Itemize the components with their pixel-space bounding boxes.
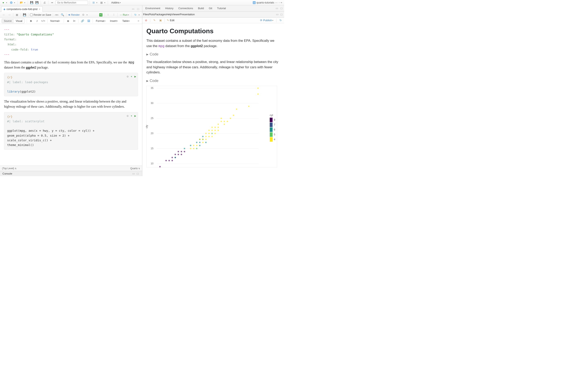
code-fold-toggle[interactable]: ▶ Code xyxy=(146,52,280,57)
style-dropdown[interactable]: Normal▾ xyxy=(50,19,62,22)
open-folder-icon[interactable]: 📂 xyxy=(19,1,24,5)
y-tick-label: 30 xyxy=(151,102,153,105)
bold-button[interactable]: B xyxy=(29,19,33,23)
refresh-icon[interactable]: ↻ xyxy=(133,13,138,17)
tab-plots[interactable]: Plots xyxy=(149,13,155,16)
mode-selector[interactable]: Quarto ⇅ xyxy=(130,167,140,170)
caret-icon[interactable]: ▾ xyxy=(24,2,26,4)
chunk-settings-icon[interactable]: ⚙ xyxy=(127,114,129,118)
maximize-icon[interactable]: ◻ xyxy=(279,12,283,17)
data-point xyxy=(208,136,210,137)
run-above-chunk-icon[interactable]: ▾ xyxy=(131,114,132,118)
data-point xyxy=(174,157,176,158)
caret-icon[interactable]: ▾ xyxy=(14,2,16,4)
insert-dropdown[interactable]: Insert▾ xyxy=(109,19,120,22)
save-icon[interactable]: 💾 xyxy=(30,1,34,5)
back-icon[interactable]: ⇦ xyxy=(2,13,6,17)
project-selector[interactable]: R quarto-tutorials — ⋯ ▾ xyxy=(253,1,283,4)
find-icon[interactable]: 🔍 xyxy=(61,13,65,17)
source-mode[interactable]: Source xyxy=(2,19,14,23)
legend-tick: 4 xyxy=(274,138,275,141)
minimize-icon[interactable]: ▭ xyxy=(131,172,136,176)
grid-icon[interactable]: ⊞ xyxy=(91,1,95,5)
minimize-icon[interactable]: ▭ xyxy=(275,12,279,17)
scope-selector[interactable]: (Top Level) ⇅ xyxy=(2,167,17,170)
tab-tutorial[interactable]: Tutorial xyxy=(215,6,228,11)
broom-icon[interactable]: ✎ xyxy=(152,18,156,22)
popout-icon[interactable]: ▣ xyxy=(158,18,163,22)
data-point xyxy=(190,145,191,146)
outline-icon[interactable]: ≡ xyxy=(136,19,140,23)
data-point xyxy=(211,130,213,131)
data-point xyxy=(205,136,207,137)
code-button[interactable]: </> xyxy=(41,19,45,23)
run-chunk-icon[interactable]: ▶ xyxy=(134,114,136,118)
editor-statusbar: (Top Level) ⇅ Quarto ⇅ xyxy=(0,166,142,171)
maximize-icon[interactable]: ◻ xyxy=(136,7,140,11)
numbered-list-icon[interactable]: 1≡ xyxy=(72,19,76,23)
maximize-icon[interactable]: ◻ xyxy=(136,172,140,176)
tab-history[interactable]: History xyxy=(163,6,176,11)
new-project-icon[interactable]: R xyxy=(9,1,13,5)
console-tab[interactable]: Console ▭ ◻ xyxy=(0,171,142,176)
goto-input[interactable] xyxy=(55,1,88,5)
tab-build[interactable]: Build xyxy=(196,6,206,11)
source-visual-toggle[interactable]: Source Visual xyxy=(2,19,25,23)
caret-icon[interactable]: ▾ xyxy=(96,2,98,4)
edit-button[interactable]: ✎Edit xyxy=(167,19,174,22)
tab-git[interactable]: Git xyxy=(207,6,215,11)
link-icon[interactable]: 🔗 xyxy=(80,19,85,23)
caret-icon[interactable]: ▾ xyxy=(6,2,8,4)
code-chunk[interactable]: ⚙ ▾ ▶ {r} #| label: scatterplot ggplot(m… xyxy=(4,112,138,150)
popout-icon[interactable]: ▣ xyxy=(15,13,19,17)
data-point xyxy=(224,121,225,122)
legend-tick: 5 xyxy=(274,133,275,136)
render-on-save-checkbox[interactable]: Render on Save xyxy=(30,13,51,16)
maximize-icon[interactable]: ◻ xyxy=(279,6,283,10)
new-file-icon[interactable]: ● xyxy=(1,1,5,5)
publish-button[interactable]: ⟳Publish▾ xyxy=(260,19,274,22)
panes-icon[interactable]: ▦ xyxy=(99,1,104,5)
forward-icon[interactable]: ⇨ xyxy=(7,13,11,17)
tab-presentation[interactable]: Presentation xyxy=(180,13,195,16)
paragraph: The visualization below shows a positive… xyxy=(4,99,138,109)
chunk-settings-icon[interactable]: ⚙ xyxy=(127,74,129,79)
tab-help[interactable]: Help xyxy=(166,13,172,16)
tab-connections[interactable]: Connections xyxy=(176,6,195,11)
render-button[interactable]: ➜ Render xyxy=(68,13,80,16)
env-tabs: Environment History Connections Build Gi… xyxy=(142,5,284,11)
refresh-icon[interactable]: ↻ xyxy=(278,18,283,22)
print-icon[interactable]: 🖨 xyxy=(43,1,47,5)
run-above-chunk-icon[interactable]: ▾ xyxy=(131,74,132,79)
code-chunk[interactable]: ⚙ ▾ ▶ {r} #| label: load-packages librar… xyxy=(4,73,138,96)
minimize-icon[interactable]: ▭ xyxy=(131,7,135,11)
bullet-list-icon[interactable]: ≣ xyxy=(66,19,70,23)
tab-viewer[interactable]: Viewer xyxy=(172,13,180,16)
table-dropdown[interactable]: Table▾ xyxy=(121,19,131,22)
run-chunk-icon[interactable]: ▶ xyxy=(134,74,136,79)
gear-icon[interactable]: ⚙ xyxy=(81,13,85,17)
format-dropdown[interactable]: Format▾ xyxy=(95,19,107,22)
y-tick-label: 10 xyxy=(151,162,153,165)
minimize-icon[interactable]: ▭ xyxy=(275,6,279,10)
remove-icon[interactable]: ⊘ xyxy=(144,18,148,22)
add-chunk-icon[interactable]: +C xyxy=(99,13,103,17)
tab-environment[interactable]: Environment xyxy=(143,6,163,11)
close-icon[interactable]: × xyxy=(39,8,40,11)
save-icon[interactable]: 💾 xyxy=(22,13,26,17)
file-tab[interactable]: ◆ computations-code-fold.qmd × xyxy=(1,6,43,12)
save-all-icon[interactable]: 💾 xyxy=(35,1,39,5)
addins-button[interactable]: Addins▾ xyxy=(110,1,123,4)
code-fold-toggle[interactable]: ▶ Code xyxy=(146,79,280,83)
run-button[interactable]: →Run▾ xyxy=(119,13,130,16)
image-icon[interactable]: 🖼 xyxy=(86,19,91,23)
editor-body[interactable]: --- title: "Quarto Computations" format:… xyxy=(0,24,142,166)
run-below-icon[interactable]: ⇩ xyxy=(112,13,116,17)
tab-files[interactable]: Files xyxy=(143,13,149,16)
tab-packages[interactable]: Packages xyxy=(155,13,166,16)
italic-button[interactable]: I xyxy=(35,19,39,23)
visual-mode[interactable]: Visual xyxy=(14,19,24,23)
run-above-icon[interactable]: ⇧ xyxy=(106,13,110,17)
caret-icon[interactable]: ▾ xyxy=(104,2,106,4)
spellcheck-icon[interactable]: ABC xyxy=(55,13,59,17)
